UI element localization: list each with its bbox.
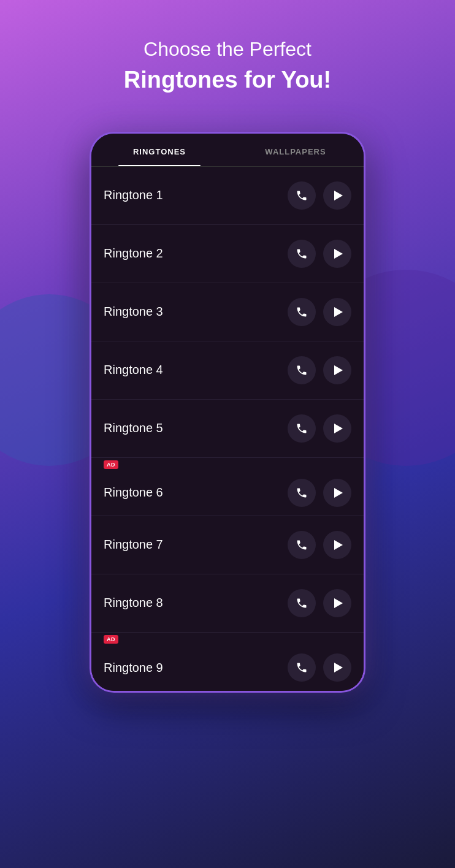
header-subtitle: Choose the Perfect <box>25 37 430 63</box>
play-button-2[interactable] <box>323 240 351 268</box>
play-button-4[interactable] <box>323 356 351 384</box>
play-icon-3 <box>334 307 343 317</box>
set-ringtone-button-1[interactable] <box>288 181 316 210</box>
phone-icon-7 <box>296 539 308 551</box>
ad-badge-9: AD <box>104 635 118 644</box>
play-button-7[interactable] <box>323 531 351 559</box>
ringtone-name-1: Ringtone 1 <box>104 188 288 202</box>
ringtone-item-3: Ringtone 3 <box>91 283 364 341</box>
ringtone-name-9: Ringtone 9 <box>104 661 288 675</box>
play-icon-8 <box>334 598 343 608</box>
ringtone-name-7: Ringtone 7 <box>104 538 288 552</box>
ringtone-item-9: AD Ringtone 9 <box>91 633 364 691</box>
ringtone-list: Ringtone 1 Ringtone 2 Ringtone 3 <box>91 167 364 691</box>
ringtone-item-2: Ringtone 2 <box>91 225 364 283</box>
set-ringtone-button-8[interactable] <box>288 589 316 617</box>
tab-wallpapers[interactable]: WALLPAPERS <box>228 134 364 166</box>
play-icon-6 <box>334 488 343 498</box>
ringtone-item-4: Ringtone 4 <box>91 341 364 400</box>
play-button-9[interactable] <box>323 653 351 682</box>
set-ringtone-button-2[interactable] <box>288 240 316 268</box>
phone-mockup: RINGTONES WALLPAPERS Ringtone 1 Ringtone… <box>90 132 365 693</box>
phone-icon-4 <box>296 364 308 376</box>
ringtone-item-6: AD Ringtone 6 <box>91 458 364 516</box>
play-icon-9 <box>334 663 343 672</box>
phone-icon-5 <box>296 422 308 435</box>
play-icon-4 <box>334 365 343 375</box>
phone-icon-9 <box>296 661 308 674</box>
ringtone-name-8: Ringtone 8 <box>104 596 288 610</box>
ringtone-item-7: Ringtone 7 <box>91 516 364 574</box>
ringtone-item-8: Ringtone 8 <box>91 574 364 633</box>
play-button-5[interactable] <box>323 414 351 443</box>
phone-icon-3 <box>296 306 308 318</box>
phone-icon-8 <box>296 597 308 609</box>
set-ringtone-button-7[interactable] <box>288 531 316 559</box>
set-ringtone-button-9[interactable] <box>288 653 316 682</box>
set-ringtone-button-5[interactable] <box>288 414 316 443</box>
set-ringtone-button-3[interactable] <box>288 298 316 326</box>
ringtone-item-5: Ringtone 5 <box>91 400 364 458</box>
tabs-container: RINGTONES WALLPAPERS <box>91 134 364 167</box>
play-button-3[interactable] <box>323 298 351 326</box>
play-button-1[interactable] <box>323 181 351 210</box>
header-title: Ringtones for You! <box>25 65 430 95</box>
ringtone-name-5: Ringtone 5 <box>104 421 288 435</box>
ringtone-name-3: Ringtone 3 <box>104 305 288 319</box>
ringtone-name-6: Ringtone 6 <box>104 485 288 500</box>
set-ringtone-button-4[interactable] <box>288 356 316 384</box>
header-section: Choose the Perfect Ringtones for You! <box>0 0 455 120</box>
phone-icon-6 <box>296 487 308 499</box>
play-icon-2 <box>334 249 343 259</box>
play-icon-1 <box>334 191 343 200</box>
play-icon-5 <box>334 424 343 433</box>
ringtone-name-4: Ringtone 4 <box>104 363 288 377</box>
play-button-6[interactable] <box>323 479 351 507</box>
play-button-8[interactable] <box>323 589 351 617</box>
phone-icon-1 <box>296 189 308 202</box>
set-ringtone-button-6[interactable] <box>288 479 316 507</box>
ringtone-name-2: Ringtone 2 <box>104 246 288 261</box>
tab-ringtones[interactable]: RINGTONES <box>91 134 228 166</box>
play-icon-7 <box>334 540 343 550</box>
ad-badge-6: AD <box>104 460 118 469</box>
phone-icon-2 <box>296 248 308 260</box>
ringtone-item-1: Ringtone 1 <box>91 167 364 225</box>
